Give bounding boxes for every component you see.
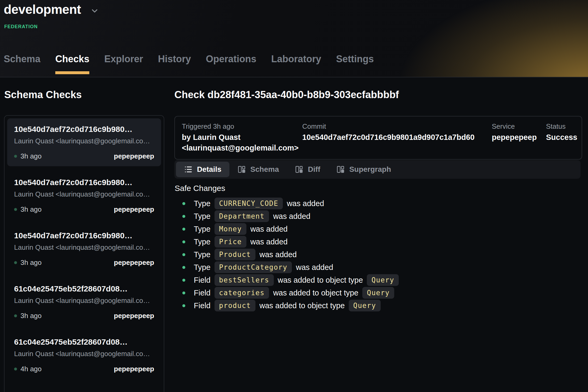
change-row: Type Money was added [174,223,582,235]
check-time: 3h ago [20,258,42,267]
meta-service: Service pepepepeep [492,122,546,153]
change-text: was added to object type [273,289,358,297]
check-id: 10e540d7aef72c0d716c9b980… [14,178,154,187]
check-list-item[interactable]: 10e540d7aef72c0d716c9b980… Laurin Quast … [7,118,161,166]
bullet-icon [182,279,185,282]
change-row: Field bestSellers was added to object ty… [174,274,582,286]
check-meta: 3h ago pepepepeep [14,152,154,160]
triggered-label: Triggered 3h ago [182,122,302,131]
org-switcher[interactable]: development [4,2,99,17]
project-type-badge: FEDERATION [4,24,38,30]
change-row: Field categories was added to object typ… [174,286,582,299]
check-list-item[interactable]: 61c04e25475eb52f28607d08… Laurin Quast <… [7,331,161,379]
check-service: pepepepeep [114,258,154,267]
change-row: Field product was added to object type Q… [174,299,582,312]
bullet-icon [182,266,185,269]
check-service: pepepepeep [114,365,154,373]
check-author: Laurin Quast <laurinquast@googlemail.co… [14,297,154,305]
change-kind: Type [194,225,211,233]
change-kind: Type [194,212,211,221]
tab-checks[interactable]: Checks [55,53,89,74]
service-label: Service [492,122,546,131]
panels-icon [336,165,345,174]
subtab-label: Supergraph [349,165,391,174]
status-label: Status [546,122,577,131]
changes-list: Type CURRENCY_CODE was added Type Depart… [174,197,582,312]
subtab-diff[interactable]: Diff [287,162,328,177]
tab-label: Explorer [104,53,143,64]
tab-history[interactable]: History [158,53,191,74]
main-nav: Schema Checks Explorer History Operation… [4,53,389,74]
check-list-item[interactable]: 10e540d7aef72c0d716c9b980… Laurin Quast … [7,172,161,219]
check-meta-box: Triggered 3h ago by Laurin Quast <laurin… [174,116,582,160]
bullet-icon [182,215,185,218]
change-parent-code: Query [367,274,399,286]
subtab-label: Diff [308,165,320,174]
meta-status: Status Success [546,122,577,153]
chevron-down-icon [90,6,99,15]
tab-explorer[interactable]: Explorer [104,53,143,74]
change-code: ProductCategory [215,261,292,273]
meta-triggered: Triggered 3h ago by Laurin Quast <laurin… [182,122,302,153]
service-name: pepepepeep [492,132,546,143]
check-author: Laurin Quast <laurinquast@googlemail.co… [14,190,154,198]
change-kind: Type [194,250,211,259]
sidebar-title: Schema Checks [4,89,82,101]
change-row: Type Product was added [174,248,582,261]
status-value: Success [546,132,577,143]
tab-label: History [158,53,191,64]
tab-settings[interactable]: Settings [336,53,374,74]
tab-laboratory[interactable]: Laboratory [271,53,321,74]
check-time: 3h ago [20,312,42,320]
change-text: was added [259,250,297,259]
content: Schema Checks 10e540d7aef72c0d716c9b980…… [0,77,588,391]
org-name: development [4,2,81,17]
header: development FEDERATION Schema Checks Exp… [0,0,588,77]
check-id: 10e540d7aef72c0d716c9b980… [14,231,154,240]
change-parent-code: Query [349,300,381,311]
subtab-schema[interactable]: Schema [229,162,287,177]
change-row: Type Price was added [174,235,582,248]
change-parent-code: Query [362,287,394,299]
check-service: pepepepeep [114,152,154,160]
triggered-by: by Laurin Quast [182,132,302,143]
change-kind: Type [194,199,211,208]
bullet-icon [182,291,185,294]
app-root: development FEDERATION Schema Checks Exp… [0,0,588,391]
checks-list: 10e540d7aef72c0d716c9b980… Laurin Quast … [4,115,164,392]
tab-label: Operations [206,53,256,64]
change-kind: Field [194,276,211,285]
change-text: was added to object type [259,301,345,310]
panels-icon [295,165,303,174]
check-meta: 3h ago pepepepeep [14,312,154,320]
bullet-icon [182,228,185,231]
change-code: categories [215,287,269,299]
change-code: Price [215,236,246,248]
meta-commit: Commit 10e540d7aef72c0d716c9b9801a9d907c… [302,122,492,153]
tab-operations[interactable]: Operations [206,53,256,74]
subtab-supergraph[interactable]: Supergraph [328,162,399,177]
tab-schema[interactable]: Schema [4,53,40,74]
change-code: Product [215,249,255,260]
triggered-email: <laurinquast@googlemail.com> [182,143,302,153]
change-row: Type CURRENCY_CODE was added [174,197,582,210]
check-author: Laurin Quast <laurinquast@googlemail.co… [14,243,154,252]
check-service: pepepepeep [114,312,154,320]
status-dot-icon [14,261,17,264]
status-dot-icon [14,314,17,317]
check-list-item[interactable]: 10e540d7aef72c0d716c9b980… Laurin Quast … [7,225,161,273]
commit-label: Commit [302,122,492,131]
check-id: 61c04e25475eb52f28607d08… [14,337,154,347]
change-text: was added to object type [278,276,363,285]
change-text: was added [296,263,333,272]
change-row: Type ProductCategory was added [174,261,582,274]
bullet-icon [182,253,185,256]
subtab-details[interactable]: Details [176,162,229,177]
check-time: 3h ago [20,152,42,160]
check-service: pepepepeep [114,205,154,214]
status-dot-icon [14,155,17,158]
check-list-item[interactable]: 61c04e25475eb52f28607d08… Laurin Quast <… [7,278,161,326]
list-icon [184,165,192,174]
check-time: 4h ago [20,365,42,373]
panels-icon [237,165,246,174]
